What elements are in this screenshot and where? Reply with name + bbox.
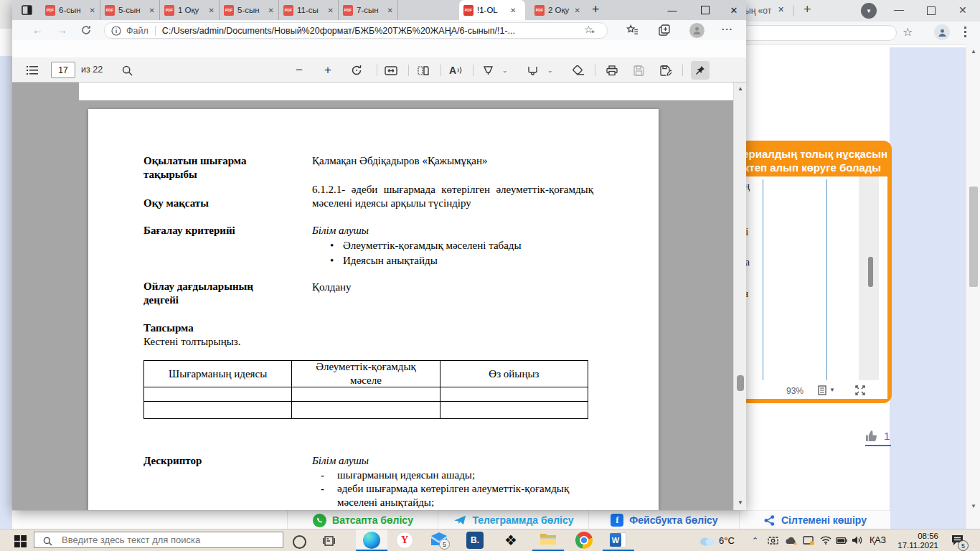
collections-icon[interactable] — [659, 24, 670, 36]
url-field[interactable]: Файл C:/Users/admin/Documents/Новый%20фо… — [104, 22, 608, 39]
pdf-scrollbar[interactable]: ▲ ▼ — [733, 83, 746, 510]
copy-link-button[interactable]: Сілтемені көшіру — [739, 511, 890, 529]
back-icon[interactable]: ← — [32, 24, 43, 36]
browser-tab[interactable]: PDF 6-сын ✕ — [41, 0, 100, 20]
zoom-in-icon[interactable]: + — [319, 62, 336, 79]
maximize-icon[interactable] — [689, 0, 722, 20]
background-tab-title[interactable]: ың «от — [745, 6, 771, 16]
browser-menu-icon[interactable] — [964, 27, 966, 37]
settings-menu-icon[interactable]: ⋯ — [721, 22, 732, 36]
scroll-thumb[interactable] — [737, 375, 744, 391]
browser-tab[interactable]: PDF 2 Оқу ✕ — [530, 0, 585, 20]
favorites-icon[interactable] — [626, 24, 639, 36]
downloads-button[interactable]: ▼ — [861, 3, 877, 19]
tab-actions-icon[interactable] — [21, 4, 33, 16]
keyboard-language[interactable]: ҚАЗ — [870, 535, 886, 545]
chevron-down-icon[interactable]: ▼ — [829, 387, 835, 393]
tray-expand-icon[interactable]: ⌃ — [752, 536, 758, 545]
erase-icon[interactable] — [570, 62, 587, 79]
taskbar-search-input[interactable] — [34, 532, 283, 548]
share-whatsapp-button[interactable]: Ватсапта бөлісу — [287, 511, 438, 529]
browser-tab[interactable]: PDF 5-сын ✕ — [220, 0, 279, 20]
search-icon[interactable] — [118, 62, 136, 79]
info-icon[interactable] — [111, 26, 121, 36]
page-view-icon[interactable] — [415, 62, 432, 79]
volume-tray-icon[interactable] — [852, 535, 863, 545]
battery-tray-icon[interactable] — [836, 537, 847, 544]
browser-tab[interactable]: PDF 1 Оқу ✕ — [160, 0, 220, 20]
close-tab-icon[interactable]: ✕ — [778, 5, 784, 14]
page-number-input[interactable] — [51, 62, 75, 78]
dropbox-icon[interactable]: ❖ — [502, 532, 519, 549]
b-app-icon[interactable]: B. — [466, 532, 484, 549]
close-tab-icon[interactable]: ✕ — [328, 6, 334, 14]
like-button[interactable]: 1 — [865, 429, 891, 443]
close-window-icon[interactable]: ✕ — [722, 0, 746, 20]
profile-avatar[interactable] — [689, 23, 705, 38]
taskbar-clock[interactable]: 08:56 17.11.2021 — [894, 532, 938, 550]
read-aloud-icon[interactable]: A — [447, 62, 464, 79]
weather-temp[interactable]: 6°C — [719, 535, 735, 546]
chevron-down-icon[interactable]: ⌄ — [547, 67, 553, 74]
profile-avatar[interactable] — [934, 24, 950, 40]
cortana-button[interactable] — [293, 535, 306, 549]
browser-tab[interactable]: PDF 7-сын ✕ — [339, 0, 398, 20]
chrome-icon[interactable] — [575, 532, 593, 549]
save-as-icon[interactable] — [657, 62, 674, 79]
share-facebook-button[interactable]: f Фейсбукта бөлісу — [588, 511, 740, 529]
close-tab-icon[interactable]: ✕ — [149, 6, 155, 14]
browser-tab[interactable]: PDF 5-сын ✕ — [100, 0, 160, 20]
scroll-down-icon[interactable]: ▼ — [738, 500, 743, 506]
onedrive-warning-tray-icon[interactable] — [785, 536, 797, 545]
scroll-up-icon[interactable]: ▲ — [971, 49, 976, 55]
page-scrollbar[interactable]: ▲ ▼ — [966, 44, 980, 529]
minimize-icon[interactable]: — — [894, 4, 904, 15]
new-tab-icon[interactable]: + — [804, 2, 811, 17]
close-tab-icon[interactable]: ✕ — [510, 6, 516, 14]
restore-icon[interactable] — [927, 6, 936, 15]
draw-pen-icon[interactable] — [479, 62, 496, 79]
close-tab-icon[interactable]: ✕ — [268, 6, 274, 14]
background-url-field[interactable] — [732, 25, 897, 41]
fullscreen-icon[interactable] — [855, 385, 865, 395]
edge-app-icon[interactable] — [363, 532, 380, 549]
wifi-tray-icon[interactable] — [820, 536, 831, 545]
close-tab-icon[interactable]: ✕ — [90, 6, 95, 14]
display-cast-tray-icon[interactable] — [803, 536, 814, 545]
page-layout-icon[interactable] — [818, 385, 826, 395]
rotate-icon[interactable] — [348, 62, 365, 79]
browser-tab-active[interactable]: PDF !1-OL ✕ — [459, 0, 525, 20]
share-telegram-button[interactable]: Телеграммда бөлісу — [438, 511, 589, 529]
browser-tab[interactable]: PDF 11-сы ✕ — [279, 0, 339, 20]
refresh-icon[interactable] — [81, 25, 91, 35]
chevron-down-icon[interactable]: ⌄ — [502, 67, 508, 74]
highlighter-icon[interactable] — [524, 62, 541, 79]
forward-icon[interactable]: → — [57, 24, 67, 36]
table-of-contents-icon[interactable] — [24, 62, 41, 79]
new-tab-icon[interactable]: + — [592, 2, 600, 17]
scroll-down-icon[interactable]: ▼ — [971, 504, 976, 509]
add-favorite-icon[interactable]: ☆+ — [584, 24, 593, 35]
file-explorer-icon[interactable] — [540, 532, 557, 549]
mail-app-icon[interactable]: 5 — [430, 532, 448, 549]
action-center-icon[interactable]: 5 — [951, 534, 963, 545]
task-view-button[interactable] — [323, 535, 335, 547]
zoom-out-icon[interactable]: − — [291, 62, 308, 79]
close-tab-icon[interactable]: ✕ — [575, 6, 580, 14]
close-tab-icon[interactable]: ✕ — [209, 6, 215, 14]
bookmark-star-icon[interactable]: ☆ — [903, 25, 913, 39]
fit-to-width-icon[interactable] — [382, 62, 400, 79]
snip-tool-tray-icon[interactable] — [768, 536, 778, 545]
word-app-icon[interactable]: W — [610, 532, 627, 549]
close-window-icon[interactable]: ✕ — [958, 4, 967, 16]
minimize-icon[interactable]: — — [656, 0, 689, 20]
weather-icon[interactable] — [699, 535, 715, 546]
preview-scroll-thumb[interactable] — [868, 257, 873, 287]
print-icon[interactable] — [603, 62, 621, 79]
scroll-up-icon[interactable]: ▲ — [738, 86, 743, 92]
scroll-thumb[interactable] — [969, 187, 978, 287]
pin-toolbar-button[interactable] — [691, 61, 710, 80]
start-button[interactable] — [14, 535, 27, 547]
yandex-browser-icon[interactable]: Y — [396, 532, 413, 549]
close-tab-icon[interactable]: ✕ — [387, 6, 393, 14]
